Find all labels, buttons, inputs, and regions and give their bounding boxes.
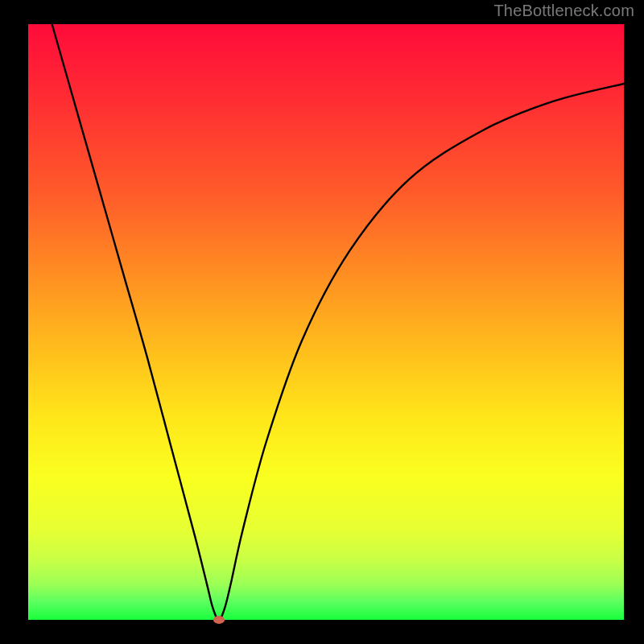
curve-svg	[28, 24, 624, 620]
chart-frame: TheBottleneck.com	[0, 0, 644, 644]
watermark-text: TheBottleneck.com	[493, 2, 634, 20]
minimum-marker	[213, 616, 225, 624]
plot-area	[28, 24, 624, 620]
bottleneck-curve	[52, 24, 624, 620]
